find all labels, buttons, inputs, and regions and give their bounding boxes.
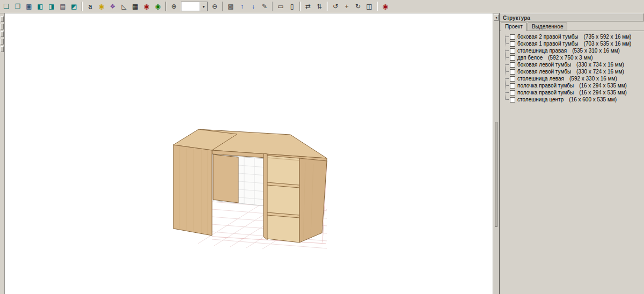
cube-element-icon: ◩ — [71, 3, 77, 10]
item-checkbox[interactable] — [510, 69, 515, 75]
zoom-level-input[interactable] — [181, 3, 200, 11]
panel-splitter[interactable]: ◄ — [493, 13, 500, 294]
item-label: боковая 2 правой тумбы — [517, 34, 579, 40]
edit-button[interactable]: ✎ — [259, 1, 270, 12]
item-label: столешница правая — [517, 48, 567, 54]
app-window: ❏❐▣◧◨▤◩a◉❖◺▦◉◉⊕▾⊖▩↑↓✎▭▯⇄⇅↺+↻◫◉ — [0, 0, 644, 294]
tab-selected[interactable]: Выделенное — [528, 23, 568, 31]
text-labels-button[interactable]: a — [85, 1, 96, 12]
item-dims: (16 x 294 x 535 мм) — [579, 83, 627, 89]
rotate-cw-button[interactable]: ↻ — [353, 1, 363, 12]
distribute-v-button[interactable]: ⇅ — [314, 1, 325, 12]
structure-item[interactable]: столешница правая(535 x 310 x 16 мм) — [505, 47, 644, 54]
toolbar-separator — [377, 2, 378, 11]
move-object-button[interactable]: + — [341, 1, 352, 12]
mini-tool-button[interactable] — [1, 46, 4, 52]
mini-tool-button[interactable] — [1, 31, 4, 37]
item-dims: (330 x 724 x 16 мм) — [576, 69, 624, 75]
new-panel-button[interactable]: ◧ — [35, 1, 46, 12]
render-mode-1-button[interactable]: ◉ — [141, 1, 152, 12]
open-model-button[interactable]: ❐ — [12, 1, 23, 12]
structure-item[interactable]: боковая 2 правой тумбы(735 x 592 x 16 мм… — [505, 33, 644, 40]
grid-icon: ▦ — [132, 3, 138, 10]
mirror-button[interactable]: ◫ — [364, 1, 375, 12]
dimensions-button[interactable]: ◺ — [119, 1, 129, 12]
lighting-button[interactable]: ◉ — [96, 1, 107, 12]
snap-grid-button[interactable]: ▩ — [225, 1, 236, 12]
sheet-element-button[interactable]: ▤ — [57, 1, 68, 12]
structure-item[interactable]: двп белое(592 x 750 x 3 мм) — [505, 54, 644, 61]
viewport-canvas[interactable] — [4, 13, 493, 294]
tree-connector — [505, 64, 509, 65]
move-vertical-icon: ↑ — [240, 3, 244, 10]
render-stop-button[interactable]: ◉ — [380, 1, 391, 12]
render-mode-2-button[interactable]: ◉ — [152, 1, 163, 12]
splitter-thumb[interactable] — [495, 122, 497, 227]
structure-item[interactable]: боковая 1 правой тумбы(703 x 535 x 16 мм… — [505, 40, 644, 47]
move-vertical-button[interactable]: ↑ — [237, 1, 247, 12]
box-element-button[interactable]: ◨ — [46, 1, 57, 12]
panel-tabs: Проект Выделенное — [500, 21, 644, 31]
cube-element-button[interactable]: ◩ — [69, 1, 79, 12]
tree-connector — [505, 50, 509, 51]
item-label: боковая левой тумбы — [517, 69, 571, 75]
rotate-ccw-button[interactable]: ↺ — [330, 1, 341, 12]
structure-item[interactable]: боковая левой тумбы(330 x 724 x 16 мм) — [505, 68, 644, 75]
item-checkbox[interactable] — [510, 97, 515, 102]
item-dims: (735 x 592 x 16 мм) — [584, 34, 632, 40]
selection-frame-icon: ▭ — [277, 3, 283, 10]
text-labels-icon: a — [89, 3, 92, 10]
item-dims: (592 x 750 x 3 мм) — [548, 55, 592, 61]
save-model-button[interactable]: ▣ — [24, 1, 34, 12]
structure-item[interactable]: полочка правой тумбы(16 x 294 x 535 мм) — [505, 82, 644, 89]
new-model-button[interactable]: ❏ — [1, 1, 12, 12]
grid-button[interactable]: ▦ — [130, 1, 141, 12]
item-checkbox[interactable] — [510, 34, 515, 40]
zoom-out-icon: ⊖ — [212, 3, 217, 10]
item-label: полочка правой тумбы — [517, 83, 574, 89]
part-right-cabinet-interior[interactable] — [267, 156, 299, 242]
open-model-icon: ❐ — [15, 3, 21, 10]
zoom-level-dropdown-icon[interactable]: ▾ — [200, 2, 207, 11]
item-checkbox[interactable] — [510, 76, 515, 82]
part-center-side-panel[interactable] — [213, 155, 238, 203]
item-label: полочка правой тумбы — [517, 90, 574, 95]
zoom-in-icon: ⊕ — [171, 3, 177, 10]
distribute-h-icon: ⇄ — [305, 3, 311, 10]
item-dims: (703 x 535 x 16 мм) — [584, 41, 632, 47]
mini-tool-button[interactable] — [1, 39, 4, 45]
mini-tool-button[interactable] — [1, 24, 4, 30]
zoom-in-button[interactable]: ⊕ — [169, 1, 179, 12]
zoom-out-button[interactable]: ⊖ — [209, 1, 220, 12]
materials-button[interactable]: ❖ — [107, 1, 118, 12]
item-dims: (535 x 310 x 16 мм) — [572, 48, 620, 54]
item-checkbox[interactable] — [510, 55, 515, 61]
drop-down-button[interactable]: ↓ — [248, 1, 259, 12]
item-label: столешница левая — [517, 76, 564, 82]
distribute-h-button[interactable]: ⇄ — [303, 1, 313, 12]
item-checkbox[interactable] — [510, 83, 515, 89]
item-checkbox[interactable] — [510, 48, 515, 54]
structure-item[interactable]: столешница левая(592 x 330 x 16 мм) — [505, 75, 644, 82]
materials-icon: ❖ — [110, 3, 116, 10]
tree-connector — [505, 43, 509, 44]
item-checkbox[interactable] — [510, 62, 515, 68]
toolbar-separator — [82, 2, 83, 11]
structure-item[interactable]: боковая левой тумбы(330 x 734 x 16 мм) — [505, 61, 644, 68]
collapse-panel-button[interactable]: ◄ — [494, 14, 499, 21]
tree-connector — [505, 36, 509, 37]
render-mode-1-icon: ◉ — [144, 3, 149, 10]
structure-item[interactable]: полочка правой тумбы(16 x 294 x 535 мм) — [505, 89, 644, 96]
item-checkbox[interactable] — [510, 41, 515, 47]
selection-frame-2-button[interactable]: ▯ — [287, 1, 297, 12]
part-left-cabinet-front[interactable] — [173, 145, 212, 236]
structure-item[interactable]: столешница центр(16 x 600 x 535 мм) — [505, 96, 644, 103]
selection-frame-button[interactable]: ▭ — [275, 1, 286, 12]
toolbar-separator — [165, 2, 166, 11]
tab-project[interactable]: Проект — [501, 23, 527, 31]
part-right-cabinet-left-edge[interactable] — [264, 153, 267, 240]
mini-tool-button[interactable] — [1, 16, 4, 22]
item-checkbox[interactable] — [510, 90, 515, 95]
render-mode-2-icon: ◉ — [155, 3, 160, 10]
zoom-level-combo[interactable]: ▾ — [181, 2, 208, 11]
